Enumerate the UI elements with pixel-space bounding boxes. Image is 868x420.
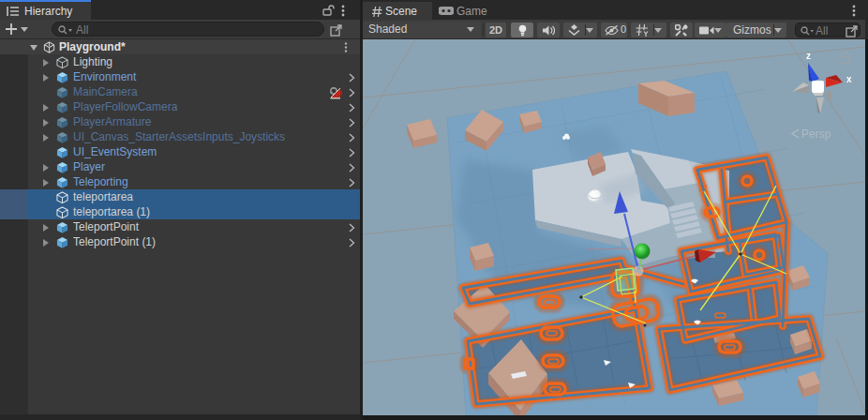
svg-text:z: z: [806, 51, 811, 61]
svg-text:Persp: Persp: [801, 128, 831, 141]
svg-text:x: x: [846, 74, 852, 84]
